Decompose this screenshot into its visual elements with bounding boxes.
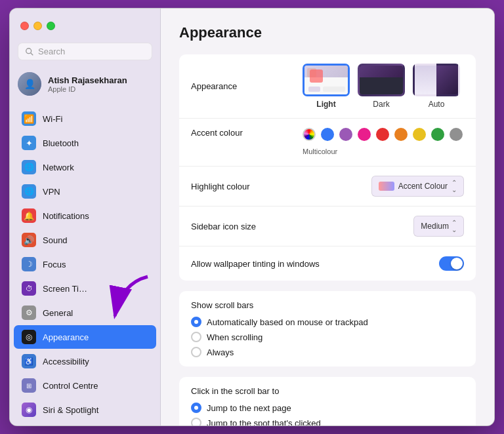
accessibility-icon: ♿ — [22, 354, 36, 368]
maximize-button[interactable] — [47, 22, 55, 30]
wallpaper-tinting-toggle[interactable] — [439, 256, 464, 271]
sidebar-items: 📶Wi-Fi✦Bluetooth🌐Network🌐VPN🔔Notificatio… — [10, 104, 160, 425]
sidebar-item-notifications[interactable]: 🔔Notifications — [14, 204, 156, 227]
scroll-scrolling-radio[interactable] — [191, 332, 201, 342]
accent-blue[interactable] — [321, 128, 334, 141]
sidebar-item-focus[interactable]: ☽Focus — [14, 252, 156, 276]
click-scroll-bar-title: Click in the scroll bar to — [191, 386, 464, 396]
scroll-auto-label: Automatically based on mouse or trackpad — [207, 317, 368, 327]
accent-green[interactable] — [431, 128, 444, 141]
click-next-page-radio[interactable] — [191, 403, 201, 413]
page-title: Appearance — [179, 24, 476, 41]
sidebar-item-wifi[interactable]: 📶Wi-Fi — [14, 107, 156, 130]
user-profile[interactable]: 👤 Atish Rajasekharan Apple ID — [10, 67, 160, 104]
colour-row — [303, 128, 463, 141]
svg-point-0 — [26, 48, 32, 53]
auto-thumb — [413, 64, 460, 96]
appearance-auto[interactable]: Auto — [413, 64, 460, 109]
scroll-always-radio[interactable] — [191, 347, 201, 357]
traffic-lights — [20, 22, 55, 30]
sidebar-item-vpn[interactable]: 🌐VPN — [14, 180, 156, 203]
notifications-icon: 🔔 — [22, 208, 36, 223]
highlight-colour-control: Accent Colour ⌃⌄ — [303, 176, 464, 197]
sidebar-icon-size-control: Medium ⌃⌄ — [303, 216, 464, 237]
appearance-options: Light — [303, 64, 460, 109]
sidebar-item-bluetooth[interactable]: ✦Bluetooth — [14, 131, 156, 155]
focus-label: Focus — [43, 260, 66, 269]
system-preferences-window: Search 👤 Atish Rajasekharan Apple ID 📶Wi… — [9, 8, 495, 426]
click-spot-option[interactable]: Jump to the spot that's clicked — [191, 418, 464, 425]
user-subtitle: Apple ID — [48, 85, 127, 93]
accent-red[interactable] — [376, 128, 389, 141]
accent-colour-row: Accent colour — [179, 119, 476, 167]
search-box[interactable]: Search — [18, 43, 152, 60]
accent-orange[interactable] — [394, 128, 408, 141]
accent-graphite[interactable] — [450, 128, 463, 141]
wallpaper-tinting-row: Allow wallpaper tinting in windows — [179, 247, 476, 281]
click-spot-label: Jump to the spot that's clicked — [207, 418, 321, 426]
wallpaper-tinting-control — [320, 256, 464, 271]
scroll-always-option[interactable]: Always — [191, 347, 464, 357]
highlight-gradient — [379, 182, 394, 191]
scroll-scrolling-label: When scrolling — [207, 332, 262, 342]
accent-pink[interactable] — [358, 128, 371, 141]
search-icon — [25, 47, 34, 56]
wifi-icon: 📶 — [22, 111, 36, 126]
accent-multicolour[interactable] — [303, 128, 316, 141]
sound-label: Sound — [43, 235, 68, 245]
click-spot-radio[interactable] — [191, 418, 201, 425]
appearance-control: Light — [303, 64, 464, 109]
sidebar-item-siri[interactable]: ◉Siri & Spotlight — [14, 398, 156, 422]
general-label: General — [43, 308, 73, 318]
sidebar-item-general[interactable]: ⚙General — [14, 301, 156, 325]
highlight-colour-picker[interactable]: Accent Colour ⌃⌄ — [371, 176, 464, 197]
scroll-auto-option[interactable]: Automatically based on mouse or trackpad — [191, 317, 464, 327]
focus-icon: ☽ — [22, 257, 36, 271]
appearance-light[interactable]: Light — [303, 64, 350, 109]
general-icon: ⚙ — [22, 306, 36, 320]
sidebar: Search 👤 Atish Rajasekharan Apple ID 📶Wi… — [10, 9, 161, 425]
sidebar-item-network[interactable]: 🌐Network — [14, 155, 156, 179]
wallpaper-tinting-label: Allow wallpaper tinting in windows — [191, 259, 320, 269]
toggle-knob — [451, 258, 463, 269]
close-button[interactable] — [20, 22, 29, 30]
sidebar-item-control-centre[interactable]: ⊞Control Centre — [14, 374, 156, 397]
dropdown-arrow-icon: ⌃⌄ — [452, 179, 457, 193]
accent-colour-control: Multicolour — [303, 128, 464, 157]
user-info: Atish Rajasekharan Apple ID — [48, 75, 127, 93]
accent-yellow[interactable] — [413, 128, 426, 141]
scroll-scrolling-option[interactable]: When scrolling — [191, 332, 464, 342]
scroll-auto-radio[interactable] — [191, 317, 201, 327]
accent-colour-label: Accent colour — [191, 128, 303, 138]
scroll-bars-title: Show scroll bars — [191, 300, 464, 310]
svg-line-1 — [31, 52, 33, 55]
sidebar-item-privacy[interactable]: ✋Privacy & Security — [14, 422, 156, 425]
size-value: Medium — [421, 222, 449, 231]
light-thumb — [303, 64, 350, 96]
search-placeholder: Search — [38, 47, 65, 56]
control-centre-label: Control Centre — [43, 381, 98, 391]
size-dropdown[interactable]: Medium ⌃⌄ — [413, 216, 464, 237]
main-content: Appearance Appearance — [161, 9, 494, 425]
highlight-colour-label: Highlight colour — [191, 182, 303, 191]
sidebar-item-sound[interactable]: 🔊Sound — [14, 228, 156, 252]
appearance-label: Appearance — [191, 81, 303, 91]
click-next-page-label: Jump to the next page — [207, 403, 291, 413]
dark-label: Dark — [373, 100, 389, 109]
minimize-button[interactable] — [33, 22, 42, 30]
click-next-page-option[interactable]: Jump to the next page — [191, 403, 464, 413]
sidebar-item-accessibility[interactable]: ♿Accessibility — [14, 349, 156, 373]
sidebar-item-appearance[interactable]: ◎Appearance — [14, 325, 156, 349]
vpn-icon: 🌐 — [22, 184, 36, 199]
sidebar-item-screen-time[interactable]: ⏱Screen Ti… — [14, 277, 156, 300]
dark-thumb — [358, 64, 405, 96]
light-label: Light — [316, 100, 335, 109]
titlebar — [10, 9, 160, 43]
accent-colours: Multicolour — [303, 128, 463, 157]
appearance-label: Appearance — [43, 332, 89, 342]
appearance-dark[interactable]: Dark — [358, 64, 405, 109]
auto-label: Auto — [429, 100, 445, 109]
highlight-colour-row: Highlight colour Accent Colour ⌃⌄ — [179, 167, 476, 207]
accent-purple[interactable] — [339, 128, 352, 141]
appearance-settings-section: Appearance — [179, 54, 476, 281]
